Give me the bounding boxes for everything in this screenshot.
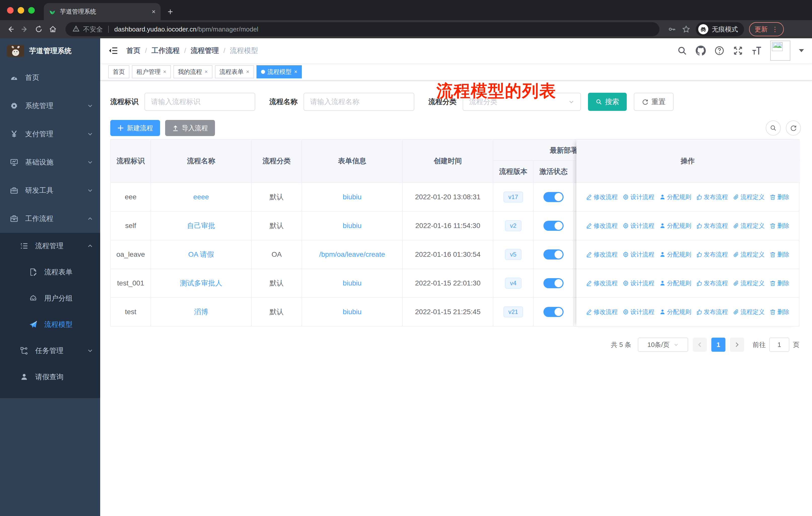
maximize-window-button[interactable] (28, 7, 35, 13)
active-toggle[interactable] (544, 249, 563, 260)
op-设计流程[interactable]: 设计流程 (623, 308, 655, 316)
sidebar-item-请假查询[interactable]: 请假查询 (0, 364, 100, 390)
next-page-button[interactable] (730, 337, 744, 352)
sidebar-item-基础设施[interactable]: 基础设施 (0, 148, 100, 176)
op-流程定义[interactable]: 流程定义 (733, 222, 765, 230)
new-tab-button[interactable]: + (168, 6, 173, 17)
tag-流程表单[interactable]: 流程表单× (215, 65, 254, 78)
sidebar-item-任务管理[interactable]: 任务管理 (0, 337, 100, 364)
op-分配规则[interactable]: 分配规则 (660, 279, 691, 287)
sidebar-item-流程表单[interactable]: 流程表单 (0, 259, 100, 285)
collapse-sidebar-icon[interactable] (108, 46, 118, 56)
tag-我的流程[interactable]: 我的流程× (173, 65, 212, 78)
address-bar[interactable]: 不安全 dashboard.yudao.iocoder.cn/bpm/manag… (65, 22, 660, 36)
form-info-link[interactable]: biubiu (343, 279, 362, 287)
breadcrumb-item[interactable]: 工作流程 (151, 46, 180, 55)
home-icon[interactable] (48, 25, 57, 34)
process-name-link[interactable]: 滔博 (194, 307, 208, 317)
op-设计流程[interactable]: 设计流程 (623, 222, 655, 230)
fullscreen-icon[interactable] (733, 46, 743, 56)
minimize-window-button[interactable] (18, 7, 24, 13)
op-删除[interactable]: 删除 (770, 193, 789, 201)
active-toggle[interactable] (544, 192, 563, 202)
op-发布流程[interactable]: 发布流程 (696, 279, 728, 287)
import-process-button[interactable]: 导入流程 (165, 120, 215, 136)
create-process-button[interactable]: 新建流程 (110, 120, 160, 136)
goto-page-input[interactable] (769, 337, 789, 352)
process-key-input[interactable] (144, 93, 255, 111)
op-分配规则[interactable]: 分配规则 (660, 308, 691, 316)
sidebar-item-支付管理[interactable]: 支付管理 (0, 120, 100, 148)
op-删除[interactable]: 删除 (770, 250, 789, 259)
back-icon[interactable] (6, 25, 15, 34)
breadcrumb-item[interactable]: 首页 (126, 46, 141, 55)
forward-icon[interactable] (20, 25, 29, 34)
op-删除[interactable]: 删除 (770, 222, 789, 230)
op-流程定义[interactable]: 流程定义 (733, 279, 765, 287)
prev-page-button[interactable] (693, 337, 707, 352)
github-icon[interactable] (696, 46, 706, 56)
breadcrumb-item[interactable]: 流程管理 (191, 46, 219, 55)
op-发布流程[interactable]: 发布流程 (696, 308, 728, 316)
op-发布流程[interactable]: 发布流程 (696, 250, 728, 259)
tag-租户管理[interactable]: 租户管理× (132, 65, 171, 78)
avatar-caret-down-icon[interactable] (799, 49, 804, 52)
tag-首页[interactable]: 首页 (108, 65, 129, 78)
search-button[interactable]: 搜索 (588, 93, 627, 111)
tag-close-icon[interactable]: × (294, 69, 297, 75)
op-修改流程[interactable]: 修改流程 (586, 279, 618, 287)
op-删除[interactable]: 删除 (770, 279, 789, 287)
form-info-link[interactable]: biubiu (343, 193, 362, 201)
close-window-button[interactable] (7, 7, 13, 13)
sidebar-item-系统管理[interactable]: 系统管理 (0, 92, 100, 120)
op-流程定义[interactable]: 流程定义 (733, 193, 765, 201)
sidebar-item-研发工具[interactable]: 研发工具 (0, 176, 100, 205)
process-name-link[interactable]: 自己审批 (187, 221, 215, 230)
process-name-link[interactable]: eeee (193, 193, 209, 201)
bookmark-star-icon[interactable] (682, 25, 691, 34)
op-修改流程[interactable]: 修改流程 (586, 308, 618, 316)
password-key-icon[interactable] (668, 25, 676, 34)
show-search-icon[interactable] (766, 120, 781, 136)
menu-dots-icon[interactable]: ⋮ (772, 27, 778, 32)
page-size-select[interactable]: 10条/页 (638, 337, 688, 352)
tag-close-icon[interactable]: × (246, 69, 250, 75)
form-info-link[interactable]: /bpm/oa/leave/create (319, 250, 385, 259)
tag-close-icon[interactable]: × (205, 69, 208, 75)
op-修改流程[interactable]: 修改流程 (586, 193, 618, 201)
op-流程定义[interactable]: 流程定义 (733, 308, 765, 316)
process-name-link[interactable]: OA 请假 (188, 250, 214, 259)
active-toggle[interactable] (544, 307, 563, 317)
op-发布流程[interactable]: 发布流程 (696, 222, 728, 230)
tag-close-icon[interactable]: × (163, 69, 166, 75)
sidebar-item-流程管理[interactable]: 流程管理 (0, 233, 100, 259)
op-修改流程[interactable]: 修改流程 (586, 222, 618, 230)
sidebar-item-用户分组[interactable]: 用户分组 (0, 285, 100, 311)
op-修改流程[interactable]: 修改流程 (586, 250, 618, 259)
sidebar-item-工作流程[interactable]: 工作流程 (0, 205, 100, 233)
op-分配规则[interactable]: 分配规则 (660, 193, 691, 201)
sidebar-item-首页[interactable]: 首页 (0, 63, 100, 92)
page-number-button[interactable]: 1 (711, 337, 725, 352)
active-toggle[interactable] (544, 221, 563, 231)
tab-close-icon[interactable]: × (152, 8, 155, 16)
chrome-update-button[interactable]: 更新 ⋮ (749, 22, 784, 36)
active-toggle[interactable] (544, 278, 563, 288)
sidebar-logo[interactable]: 芋道管理系统 (0, 38, 100, 63)
tag-流程模型[interactable]: 流程模型× (257, 65, 302, 78)
op-分配规则[interactable]: 分配规则 (660, 250, 691, 259)
op-设计流程[interactable]: 设计流程 (623, 193, 655, 201)
op-分配规则[interactable]: 分配规则 (660, 222, 691, 230)
form-info-link[interactable]: biubiu (343, 308, 362, 316)
reload-icon[interactable] (34, 25, 43, 34)
process-name-input[interactable] (303, 93, 414, 111)
browser-tab[interactable]: 芋道管理系统 × (44, 3, 161, 20)
header-search-icon[interactable] (677, 46, 687, 56)
form-info-link[interactable]: biubiu (343, 222, 362, 230)
help-icon[interactable] (714, 46, 724, 56)
op-流程定义[interactable]: 流程定义 (733, 250, 765, 259)
process-name-link[interactable]: 测试多审批人 (180, 278, 222, 288)
op-设计流程[interactable]: 设计流程 (623, 279, 655, 287)
user-avatar[interactable] (770, 40, 790, 61)
sidebar-item-流程模型[interactable]: 流程模型 (0, 311, 100, 337)
